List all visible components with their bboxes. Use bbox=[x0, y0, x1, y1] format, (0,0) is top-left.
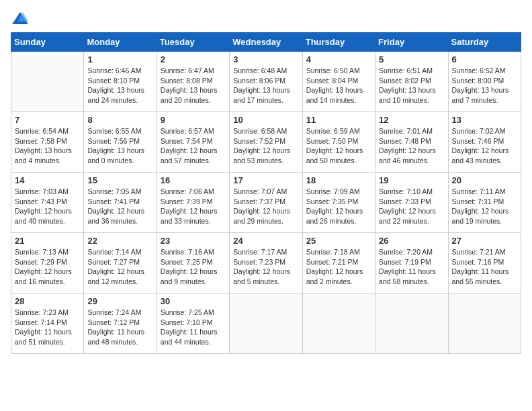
day-number: 3 bbox=[233, 54, 298, 64]
day-number: 18 bbox=[306, 175, 371, 185]
weekday-header-wednesday: Wednesday bbox=[230, 33, 302, 52]
cell-info: Sunrise: 6:52 AM Sunset: 8:00 PM Dayligh… bbox=[452, 66, 517, 105]
calendar-cell: 8Sunrise: 6:55 AM Sunset: 7:56 PM Daylig… bbox=[84, 112, 157, 173]
calendar-cell: 13Sunrise: 7:02 AM Sunset: 7:46 PM Dayli… bbox=[448, 112, 521, 173]
calendar-cell: 14Sunrise: 7:03 AM Sunset: 7:43 PM Dayli… bbox=[11, 173, 84, 233]
day-number: 20 bbox=[452, 175, 517, 185]
calendar-cell: 10Sunrise: 6:58 AM Sunset: 7:52 PM Dayli… bbox=[230, 112, 302, 173]
day-number: 22 bbox=[87, 236, 152, 246]
calendar-body: 1Sunrise: 6:46 AM Sunset: 8:10 PM Daylig… bbox=[11, 52, 521, 354]
day-number: 19 bbox=[379, 175, 444, 185]
day-number: 9 bbox=[161, 115, 226, 125]
calendar-cell: 15Sunrise: 7:05 AM Sunset: 7:41 PM Dayli… bbox=[84, 173, 157, 233]
day-number: 29 bbox=[87, 296, 152, 306]
day-number: 28 bbox=[15, 296, 80, 306]
week-row-1: 1Sunrise: 6:46 AM Sunset: 8:10 PM Daylig… bbox=[11, 52, 521, 112]
day-number: 6 bbox=[452, 54, 517, 64]
calendar-cell: 3Sunrise: 6:48 AM Sunset: 8:06 PM Daylig… bbox=[230, 52, 302, 112]
calendar-cell: 24Sunrise: 7:17 AM Sunset: 7:23 PM Dayli… bbox=[230, 233, 302, 293]
calendar-cell: 29Sunrise: 7:24 AM Sunset: 7:12 PM Dayli… bbox=[84, 293, 157, 354]
calendar-cell: 18Sunrise: 7:09 AM Sunset: 7:35 PM Dayli… bbox=[302, 173, 375, 233]
cell-info: Sunrise: 6:55 AM Sunset: 7:56 PM Dayligh… bbox=[87, 126, 152, 166]
cell-info: Sunrise: 7:01 AM Sunset: 7:48 PM Dayligh… bbox=[379, 126, 444, 166]
cell-info: Sunrise: 7:09 AM Sunset: 7:35 PM Dayligh… bbox=[306, 187, 371, 226]
calendar-cell: 26Sunrise: 7:20 AM Sunset: 7:19 PM Dayli… bbox=[375, 233, 448, 293]
day-number: 13 bbox=[452, 115, 517, 125]
calendar-cell: 16Sunrise: 7:06 AM Sunset: 7:39 PM Dayli… bbox=[157, 173, 229, 233]
cell-info: Sunrise: 7:11 AM Sunset: 7:31 PM Dayligh… bbox=[452, 187, 517, 226]
calendar-cell: 30Sunrise: 7:25 AM Sunset: 7:10 PM Dayli… bbox=[157, 293, 229, 354]
weekday-header-saturday: Saturday bbox=[448, 33, 521, 52]
day-number: 2 bbox=[161, 54, 226, 64]
day-number: 4 bbox=[306, 54, 371, 64]
day-number: 21 bbox=[15, 236, 80, 246]
calendar-cell: 9Sunrise: 6:57 AM Sunset: 7:54 PM Daylig… bbox=[157, 112, 229, 173]
calendar-cell bbox=[448, 293, 521, 354]
day-number: 26 bbox=[379, 236, 444, 246]
calendar-cell: 4Sunrise: 6:50 AM Sunset: 8:04 PM Daylig… bbox=[302, 52, 375, 112]
calendar-cell: 11Sunrise: 6:59 AM Sunset: 7:50 PM Dayli… bbox=[302, 112, 375, 173]
calendar-cell: 28Sunrise: 7:23 AM Sunset: 7:14 PM Dayli… bbox=[11, 293, 84, 354]
week-row-3: 14Sunrise: 7:03 AM Sunset: 7:43 PM Dayli… bbox=[11, 173, 521, 233]
calendar-cell: 5Sunrise: 6:51 AM Sunset: 8:02 PM Daylig… bbox=[375, 52, 448, 112]
day-number: 25 bbox=[306, 236, 371, 246]
calendar-cell: 1Sunrise: 6:46 AM Sunset: 8:10 PM Daylig… bbox=[84, 52, 157, 112]
cell-info: Sunrise: 6:59 AM Sunset: 7:50 PM Dayligh… bbox=[306, 126, 371, 166]
day-number: 7 bbox=[15, 115, 80, 125]
calendar-cell: 17Sunrise: 7:07 AM Sunset: 7:37 PM Dayli… bbox=[230, 173, 302, 233]
cell-info: Sunrise: 7:07 AM Sunset: 7:37 PM Dayligh… bbox=[233, 187, 298, 226]
cell-info: Sunrise: 7:10 AM Sunset: 7:33 PM Dayligh… bbox=[379, 187, 444, 226]
cell-info: Sunrise: 7:02 AM Sunset: 7:46 PM Dayligh… bbox=[452, 126, 517, 166]
calendar-table: SundayMondayTuesdayWednesdayThursdayFrid… bbox=[11, 32, 521, 354]
cell-info: Sunrise: 6:46 AM Sunset: 8:10 PM Dayligh… bbox=[87, 66, 152, 105]
day-number: 14 bbox=[15, 175, 80, 185]
cell-info: Sunrise: 7:16 AM Sunset: 7:25 PM Dayligh… bbox=[161, 247, 226, 287]
week-row-2: 7Sunrise: 6:54 AM Sunset: 7:58 PM Daylig… bbox=[11, 112, 521, 173]
page-header bbox=[11, 11, 521, 26]
weekday-header-thursday: Thursday bbox=[302, 33, 375, 52]
cell-info: Sunrise: 7:13 AM Sunset: 7:29 PM Dayligh… bbox=[15, 247, 80, 287]
day-number: 16 bbox=[161, 175, 226, 185]
day-number: 30 bbox=[161, 296, 226, 306]
calendar-cell: 27Sunrise: 7:21 AM Sunset: 7:16 PM Dayli… bbox=[448, 233, 521, 293]
cell-info: Sunrise: 7:17 AM Sunset: 7:23 PM Dayligh… bbox=[233, 247, 298, 287]
weekday-header-tuesday: Tuesday bbox=[157, 33, 229, 52]
cell-info: Sunrise: 6:57 AM Sunset: 7:54 PM Dayligh… bbox=[161, 126, 226, 166]
cell-info: Sunrise: 7:14 AM Sunset: 7:27 PM Dayligh… bbox=[87, 247, 152, 287]
cell-info: Sunrise: 6:54 AM Sunset: 7:58 PM Dayligh… bbox=[15, 126, 80, 166]
cell-info: Sunrise: 7:21 AM Sunset: 7:16 PM Dayligh… bbox=[452, 247, 517, 287]
cell-info: Sunrise: 7:24 AM Sunset: 7:12 PM Dayligh… bbox=[87, 308, 152, 347]
calendar-cell bbox=[11, 52, 84, 112]
day-number: 1 bbox=[87, 54, 152, 64]
calendar-cell: 12Sunrise: 7:01 AM Sunset: 7:48 PM Dayli… bbox=[375, 112, 448, 173]
calendar-cell: 6Sunrise: 6:52 AM Sunset: 8:00 PM Daylig… bbox=[448, 52, 521, 112]
day-number: 5 bbox=[379, 54, 444, 64]
cell-info: Sunrise: 7:06 AM Sunset: 7:39 PM Dayligh… bbox=[161, 187, 226, 226]
cell-info: Sunrise: 7:20 AM Sunset: 7:19 PM Dayligh… bbox=[379, 247, 444, 287]
cell-info: Sunrise: 7:05 AM Sunset: 7:41 PM Dayligh… bbox=[87, 187, 152, 226]
cell-info: Sunrise: 7:23 AM Sunset: 7:14 PM Dayligh… bbox=[15, 308, 80, 347]
cell-info: Sunrise: 7:25 AM Sunset: 7:10 PM Dayligh… bbox=[161, 308, 226, 347]
day-number: 11 bbox=[306, 115, 371, 125]
cell-info: Sunrise: 7:18 AM Sunset: 7:21 PM Dayligh… bbox=[306, 247, 371, 287]
cell-info: Sunrise: 7:03 AM Sunset: 7:43 PM Dayligh… bbox=[15, 187, 80, 226]
logo bbox=[11, 11, 32, 26]
calendar-cell: 25Sunrise: 7:18 AM Sunset: 7:21 PM Dayli… bbox=[302, 233, 375, 293]
day-number: 24 bbox=[233, 236, 298, 246]
calendar-cell: 7Sunrise: 6:54 AM Sunset: 7:58 PM Daylig… bbox=[11, 112, 84, 173]
day-number: 27 bbox=[452, 236, 517, 246]
cell-info: Sunrise: 6:47 AM Sunset: 8:08 PM Dayligh… bbox=[161, 66, 226, 105]
weekday-header-friday: Friday bbox=[375, 33, 448, 52]
calendar-cell: 21Sunrise: 7:13 AM Sunset: 7:29 PM Dayli… bbox=[11, 233, 84, 293]
week-row-4: 21Sunrise: 7:13 AM Sunset: 7:29 PM Dayli… bbox=[11, 233, 521, 293]
weekday-header-row: SundayMondayTuesdayWednesdayThursdayFrid… bbox=[11, 33, 521, 52]
cell-info: Sunrise: 6:51 AM Sunset: 8:02 PM Dayligh… bbox=[379, 66, 444, 105]
calendar-cell bbox=[230, 293, 302, 354]
calendar-cell: 2Sunrise: 6:47 AM Sunset: 8:08 PM Daylig… bbox=[157, 52, 229, 112]
calendar-cell bbox=[302, 293, 375, 354]
cell-info: Sunrise: 6:48 AM Sunset: 8:06 PM Dayligh… bbox=[233, 66, 298, 105]
day-number: 23 bbox=[161, 236, 226, 246]
day-number: 15 bbox=[87, 175, 152, 185]
weekday-header-monday: Monday bbox=[84, 33, 157, 52]
cell-info: Sunrise: 6:50 AM Sunset: 8:04 PM Dayligh… bbox=[306, 66, 371, 105]
